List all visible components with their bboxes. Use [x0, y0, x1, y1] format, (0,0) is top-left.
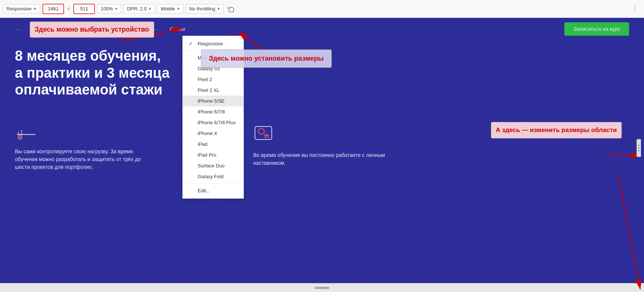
- annotation-device-text: Здесь можно выбрать устройство: [35, 26, 149, 33]
- devtools-toolbar: Responsive ▼ × 100% ▼ DPR: 2.0 ▼ Mobile …: [0, 0, 644, 18]
- device-selector-label: Responsive: [6, 6, 32, 12]
- rotate-button[interactable]: [226, 4, 236, 14]
- dropdown-item-iphone-678-plus[interactable]: iPhone 6/7/8 Plus: [183, 117, 243, 128]
- dropdown-item-pixel-2-xl[interactable]: Pixel 2 XL: [183, 85, 243, 96]
- handle-dot-2: [638, 147, 640, 149]
- handle-dot-1: [638, 145, 640, 146]
- dropdown-label-pixel-2-xl: Pixel 2 XL: [198, 87, 220, 93]
- size-divider: ×: [66, 6, 71, 12]
- hero-line-1: 8 месяцев обучения,: [15, 48, 161, 64]
- hero-line-2: а практики и 3 месяца: [15, 65, 170, 81]
- feature-card-2: Во время обучения вы постоянно работаете…: [253, 121, 395, 171]
- resize-handle-right[interactable]: [637, 139, 641, 157]
- dropdown-item-iphone-x[interactable]: iPhone X: [183, 128, 243, 139]
- dropdown-item-iphone-678[interactable]: iPhone 6/7/8: [183, 106, 243, 117]
- svg-line-7: [264, 134, 268, 135]
- mobile-selector[interactable]: Mobile ▼: [157, 4, 184, 13]
- svg-point-6: [258, 128, 264, 134]
- dropdown-label-ipad: iPad: [198, 141, 207, 147]
- dropdown-item-surface-duo[interactable]: Surface Duo: [183, 160, 243, 171]
- dropdown-item-galaxy-fold[interactable]: Galaxy Fold: [183, 171, 243, 182]
- zoom-selector[interactable]: 100% ▼: [97, 4, 121, 13]
- dropdown-label-edit: Edit...: [198, 188, 210, 193]
- annotation-size-set: Здесь можно установить размеры: [201, 49, 332, 68]
- dropdown-label-surface-duo: Surface Duo: [198, 163, 224, 169]
- throttling-chevron: ▼: [217, 7, 220, 11]
- nav-dash-3: —: [153, 26, 159, 32]
- dropdown-label-iphone-5se: iPhone 5/SE: [198, 98, 224, 104]
- annotation-device-select: Здесь можно выбрать устройство: [30, 22, 154, 38]
- dropdown-label-iphone-678-plus: iPhone 6/7/8 Plus: [198, 120, 236, 125]
- horizontal-scrollbar[interactable]: [0, 283, 644, 292]
- dpr-chevron: ▼: [148, 7, 152, 11]
- nav-item-3: Стоим: [170, 26, 185, 32]
- handle-dot-3: [638, 150, 640, 151]
- mobile-label: Mobile: [161, 6, 175, 12]
- dropdown-item-responsive[interactable]: ✓ Responsive: [183, 38, 243, 49]
- annotation-size-text: Здесь можно установить размеры: [209, 55, 324, 62]
- zoom-chevron: ▼: [114, 7, 118, 11]
- content-area: — Как проходит обучение — Программа — Ст…: [0, 18, 644, 292]
- cta-button[interactable]: Записаться на курс: [564, 22, 629, 36]
- check-icon: ✓: [189, 41, 195, 46]
- nav-dash-1: —: [15, 26, 20, 32]
- dropdown-label-iphone-678: iPhone 6/7/8: [198, 109, 225, 115]
- dropdown-item-iphone-5se[interactable]: iPhone 5/SE: [183, 96, 243, 106]
- feature-row: Вы сами контролируете свою нагрузку. За …: [0, 106, 644, 171]
- more-options-button[interactable]: ⋮: [628, 3, 641, 15]
- dropdown-label-galaxy-fold: Galaxy Fold: [198, 174, 223, 179]
- feature-text-2: Во время обучения вы постоянно работаете…: [253, 151, 395, 167]
- dropdown-item-pixel-2[interactable]: Pixel 2: [183, 74, 243, 85]
- dropdown-label-pixel-2: Pixel 2: [198, 77, 212, 82]
- mobile-chevron: ▼: [176, 7, 180, 11]
- feature-card-1: Вы сами контролируете свою нагрузку. За …: [15, 121, 156, 171]
- annotation-resize-text: А здесь — изменить размеры области: [496, 126, 617, 134]
- throttling-label: No throttling: [189, 6, 215, 12]
- dpr-label: DPR: 2.0: [127, 6, 147, 12]
- dropdown-item-ipad-pro[interactable]: iPad Pro: [183, 150, 243, 160]
- svg-rect-0: [17, 134, 35, 135]
- dropdown-label-iphone-x: iPhone X: [198, 131, 217, 136]
- device-selector-chevron: ▼: [33, 7, 37, 11]
- device-selector[interactable]: Responsive ▼: [3, 4, 40, 13]
- dropdown-item-ipad[interactable]: iPad: [183, 139, 243, 150]
- feature-text-1: Вы сами контролируете свою нагрузку. За …: [15, 148, 156, 171]
- dpr-selector[interactable]: DPR: 2.0 ▼: [124, 4, 155, 13]
- svg-point-2: [19, 137, 21, 138]
- feature-icon-2: [253, 121, 279, 147]
- height-input[interactable]: [73, 4, 95, 14]
- dropdown-label-responsive: Responsive: [198, 41, 223, 46]
- hero-line-3: оплачиваемой стажи: [15, 82, 162, 97]
- scroll-handle[interactable]: [315, 287, 329, 289]
- width-input[interactable]: [42, 4, 64, 14]
- annotation-resize-area: А здесь — изменить размеры области: [491, 122, 622, 138]
- throttling-selector[interactable]: No throttling ▼: [186, 4, 224, 13]
- dropdown-separator-2: [183, 183, 243, 184]
- feature-icon-1: [15, 121, 37, 143]
- dropdown-item-edit[interactable]: Edit...: [183, 185, 243, 196]
- zoom-label: 100%: [101, 6, 113, 12]
- dropdown-label-ipad-pro: iPad Pro: [198, 152, 216, 158]
